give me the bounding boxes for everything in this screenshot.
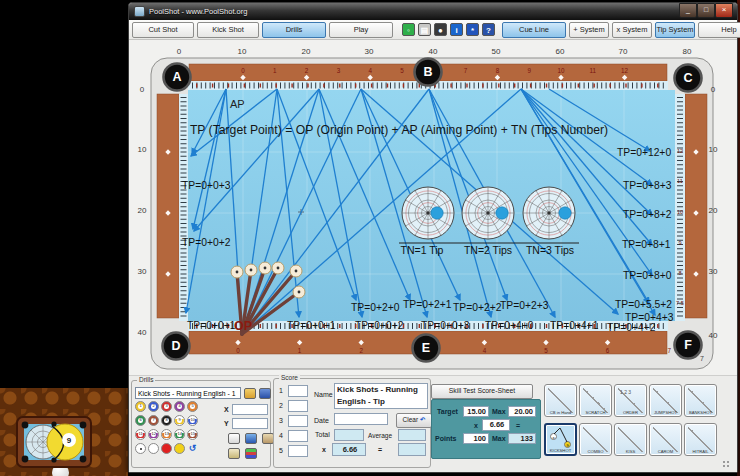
pocket-a: A (164, 64, 191, 91)
reset-balls-button[interactable]: ↺ (187, 443, 198, 454)
target-field[interactable]: 15.00 (463, 406, 489, 417)
ball-13[interactable]: 13 (161, 429, 172, 440)
skill-test-button[interactable]: Skill Test Score-Sheet (431, 384, 533, 399)
ball-14[interactable]: 14 (174, 429, 185, 440)
page-root: 9 PoolShot - www.PoolShot.org _ □ × Cut … (0, 0, 740, 476)
ball-part: 7 (151, 418, 156, 423)
close-button[interactable]: × (715, 3, 733, 18)
shot-button-bankshot[interactable]: BANKSHOT (684, 384, 717, 417)
minimize-button[interactable]: _ (679, 3, 697, 18)
score-input-3[interactable] (288, 415, 308, 427)
shot-button-carom[interactable]: CAROM (649, 423, 682, 456)
skill-sheet: Target 15.00 Max 20.00 x 6.66 = Points 1… (431, 399, 541, 459)
toolbar-button-help[interactable]: Help (698, 22, 740, 38)
shot-button-label: COMBO (580, 449, 611, 454)
ball-8[interactable]: 8 (161, 415, 172, 426)
tp-label: TP=0+4+0 (485, 320, 534, 331)
score-input-4[interactable] (288, 430, 308, 442)
shot-button-kiss[interactable]: KISS (614, 423, 647, 456)
top-rail-number: 10 (557, 67, 565, 74)
ball-4[interactable]: 4 (174, 401, 185, 412)
pattern-icon[interactable] (245, 448, 257, 459)
score-input-5[interactable] (288, 445, 308, 457)
toolbar: Cut ShotKick ShotDrillsPlay ◦▤●i*? Cue L… (129, 20, 737, 40)
plain-ball-button[interactable] (174, 443, 185, 454)
toolbar-button-system[interactable]: + System (569, 22, 609, 38)
toolbar-button-play[interactable]: Play (329, 22, 393, 38)
toolbar-button-cut-shot[interactable]: Cut Shot (132, 22, 194, 38)
shot-button-cb-in-hand[interactable]: CB in Hand (544, 384, 577, 417)
date-field[interactable] (334, 413, 388, 425)
shot-button-order[interactable]: 1 2 3ORDER (614, 384, 647, 417)
save-icon[interactable] (259, 388, 271, 399)
drills-groupbox-label: Drills (137, 376, 155, 383)
score-input-2[interactable] (288, 400, 308, 412)
toolbar-button-x-system[interactable]: x System (612, 22, 652, 38)
ball-part: 12 (151, 432, 156, 437)
ball-part: 2 (151, 404, 156, 409)
pool-table-diagram[interactable]: TN=1 TipTN=2 TipsTN=3 TipsTP (Target Poi… (131, 41, 739, 379)
ball-15[interactable]: 15 (187, 429, 198, 440)
open-folder-icon[interactable] (244, 388, 256, 399)
shot-button-label: KISS (615, 449, 646, 454)
top-rail-number: 8 (496, 67, 500, 74)
tp-label: TP=0+2+0 (351, 302, 400, 313)
tip-offset-dot (559, 207, 571, 219)
shot-button-kickshot[interactable]: x9KICKSHOT (544, 423, 577, 456)
help-book-icon[interactable]: ? (482, 23, 495, 36)
ball-9[interactable]: 9 (174, 415, 185, 426)
settings-icon[interactable]: * (466, 23, 479, 36)
shot-button-scratch[interactable]: SCRATCH (579, 384, 612, 417)
skill-x-field: 6.66 (482, 419, 510, 431)
print-icon[interactable]: ▤ (418, 23, 431, 36)
poolshot-logo: 9 (16, 416, 92, 468)
score-input-1[interactable] (288, 385, 308, 397)
toolbar-button-kick-shot[interactable]: Kick Shot (197, 22, 259, 38)
maximize-button[interactable]: □ (697, 3, 715, 18)
toolbar-button-tip-system[interactable]: Tip System (655, 22, 695, 38)
tn-diagram-1 (402, 187, 454, 239)
clear-button[interactable]: Clear ↶ (396, 413, 432, 428)
ball-7[interactable]: 7 (148, 415, 159, 426)
shot-button-label: BANKSHOT (685, 410, 716, 415)
shot-button-jumpshot[interactable]: JUMPSHOT (649, 384, 682, 417)
webcam-icon[interactable]: ◦ (402, 23, 415, 36)
ruler-right: 30 (709, 267, 718, 276)
drill-name-field[interactable]: Kick Shots - Running English - Tip (334, 383, 428, 409)
snapshot-icon[interactable]: ● (434, 23, 447, 36)
shot-button-hitrail[interactable]: HITRAIL (684, 423, 717, 456)
pocket-c: C (675, 65, 702, 92)
plain-ball-button[interactable] (148, 443, 159, 454)
score-row-number: 2 (279, 402, 283, 409)
resize-grip[interactable] (722, 460, 731, 469)
shot-button-combo[interactable]: COMBO (579, 423, 612, 456)
ball-5[interactable]: 5 (187, 401, 198, 412)
shot-button-label: JUMPSHOT (650, 410, 681, 415)
drill-preset-dropdown[interactable]: Kick Shots - Running English - 1 (135, 387, 241, 399)
target-max-field: 20.00 (508, 406, 536, 417)
ball-10[interactable]: 10 (187, 415, 198, 426)
top-rail-number: 7 (464, 67, 468, 74)
plain-ball-button[interactable] (161, 443, 172, 454)
date-label: Date (314, 417, 329, 424)
cue-ball-button[interactable] (135, 443, 146, 454)
bottom-rail-number: 6 (606, 347, 610, 354)
ball-6[interactable]: 6 (135, 415, 146, 426)
ball-3[interactable]: 3 (161, 401, 172, 412)
op-label: OP (234, 319, 252, 333)
ball-1[interactable]: 1 (135, 401, 146, 412)
tp-label: TP=0+0+2 (355, 320, 404, 331)
lock-icon[interactable] (245, 433, 257, 444)
info-icon[interactable]: i (450, 23, 463, 36)
right-rail-number: 12 (677, 148, 683, 154)
ball-11[interactable]: 11 (135, 429, 146, 440)
x-coordinate-field[interactable] (232, 404, 268, 415)
y-coordinate-field[interactable] (232, 418, 268, 429)
toolbar-button-drills[interactable]: Drills (262, 22, 326, 38)
new-drill-icon[interactable] (228, 433, 240, 444)
multiplier-label: x (322, 446, 326, 453)
ball-2[interactable]: 2 (148, 401, 159, 412)
edit-icon[interactable] (228, 448, 240, 459)
ball-12[interactable]: 12 (148, 429, 159, 440)
toolbar-button-cue-line[interactable]: Cue Line (502, 22, 566, 38)
